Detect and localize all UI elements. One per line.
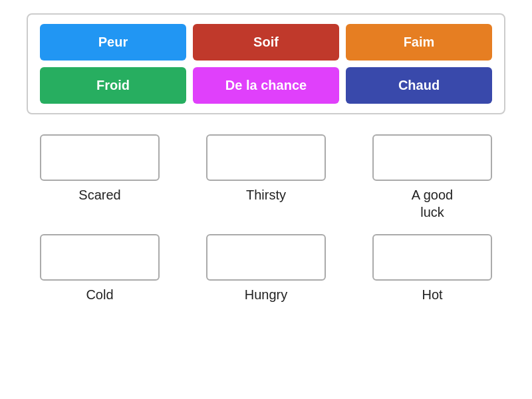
drop-item-hot: Hot [359, 234, 505, 303]
drop-box-agoodluck[interactable] [372, 134, 492, 181]
drop-label-scared: Scared [78, 186, 120, 203]
drag-card-peur[interactable]: Peur [40, 24, 186, 61]
drop-zone-row2: ColdHungryHot [27, 234, 505, 303]
drop-box-scared[interactable] [40, 134, 160, 181]
drop-zone-row1: ScaredThirstyA good luck [27, 134, 505, 221]
drop-item-agoodluck: A good luck [359, 134, 505, 221]
drop-label-thirsty: Thirsty [246, 186, 286, 203]
drag-card-delachance[interactable]: De la chance [193, 67, 339, 104]
drop-item-thirsty: Thirsty [193, 134, 339, 221]
drop-item-cold: Cold [27, 234, 173, 303]
drop-label-hungry: Hungry [245, 286, 287, 303]
drop-label-hot: Hot [422, 286, 442, 303]
drop-label-agoodluck: A good luck [412, 186, 453, 221]
drag-card-soif[interactable]: Soif [193, 24, 339, 61]
drag-card-chaud[interactable]: Chaud [346, 67, 492, 104]
drag-card-froid[interactable]: Froid [40, 67, 186, 104]
drop-item-scared: Scared [27, 134, 173, 221]
drop-item-hungry: Hungry [193, 234, 339, 303]
drop-label-cold: Cold [86, 286, 113, 303]
drop-box-hot[interactable] [372, 234, 492, 281]
drag-card-faim[interactable]: Faim [346, 24, 492, 61]
drop-box-thirsty[interactable] [206, 134, 326, 181]
drag-source-area: PeurSoifFaimFroidDe la chanceChaud [27, 13, 505, 114]
drop-box-cold[interactable] [40, 234, 160, 281]
drop-box-hungry[interactable] [206, 234, 326, 281]
